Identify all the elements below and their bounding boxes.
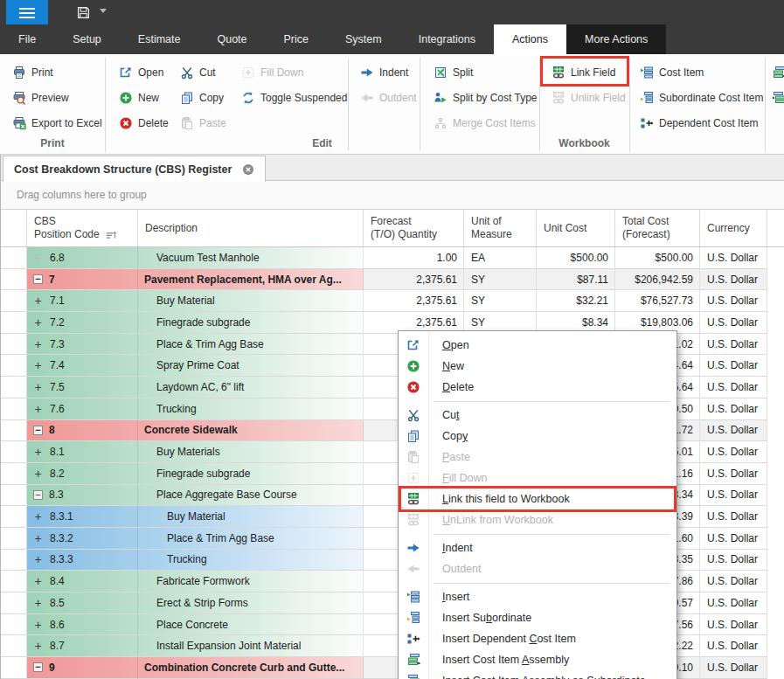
cell-code[interactable]: +8.7 <box>27 635 138 657</box>
cell-code[interactable]: +8.6 <box>27 614 138 636</box>
column-header-unit_cost[interactable]: Unit Cost <box>537 210 615 246</box>
column-header-desc[interactable]: Description <box>138 210 364 246</box>
cell-unit_cost[interactable]: $32.21 <box>537 290 615 312</box>
cell-desc[interactable]: Concrete Sidewalk <box>138 420 364 442</box>
context-menu-item-delete[interactable]: Delete <box>399 377 676 398</box>
cell-uom[interactable]: SY <box>464 269 537 291</box>
cell-unit_cost[interactable]: $87.11 <box>537 269 615 291</box>
cell-desc[interactable]: Erect & Strip Forms <box>138 592 364 614</box>
cell-currency[interactable]: U.S. Dollar <box>700 592 767 614</box>
cell-desc[interactable]: Spray Prime Coat <box>138 355 364 377</box>
cell-desc[interactable]: Buy Material <box>138 290 364 312</box>
ribbon-button-copy[interactable]: Copy <box>177 85 230 110</box>
ribbon-button-cost-item[interactable]: Cost Item <box>636 59 767 85</box>
expand-icon[interactable]: + <box>32 509 44 523</box>
ribbon-button-cut[interactable]: Cut <box>177 59 230 85</box>
cell-desc[interactable]: Buy Materials <box>138 441 364 463</box>
ribbon-button-print[interactable]: Print <box>9 59 106 85</box>
ribbon-button-open[interactable]: Open <box>115 59 172 85</box>
cell-uom[interactable]: EA <box>464 247 537 269</box>
cell-code[interactable]: +6.8 <box>27 247 138 269</box>
menu-tab-setup[interactable]: Setup <box>54 24 120 54</box>
cell-desc[interactable]: Place & Trim Agg Base <box>138 334 364 356</box>
cell-currency[interactable]: U.S. Dollar <box>700 528 767 550</box>
context-menu-item-indent[interactable]: Indent <box>399 537 676 558</box>
save-button[interactable] <box>73 3 93 21</box>
ribbon-button-split[interactable]: Split <box>430 59 541 85</box>
cell-currency[interactable]: U.S. Dollar <box>700 312 767 334</box>
cell-currency[interactable]: U.S. Dollar <box>700 635 767 657</box>
context-menu-item-insert-subordinate[interactable]: Insert Subordinate <box>399 607 676 628</box>
cell-total_cost[interactable]: $206,942.59 <box>615 269 700 291</box>
cell-desc[interactable]: Place Aggregate Base Course <box>138 485 364 507</box>
cell-currency[interactable]: U.S. Dollar <box>700 247 767 269</box>
cell-total_cost[interactable]: $76,527.73 <box>615 290 700 312</box>
cell-desc[interactable]: Pavement Replacement, HMA over Ag... <box>138 269 364 291</box>
collapse-icon[interactable]: − <box>33 662 43 672</box>
cell-qty[interactable]: 1.00 <box>364 247 464 269</box>
column-header-code[interactable]: CBSPosition Code <box>27 210 138 246</box>
cell-uom[interactable]: SY <box>464 290 537 312</box>
expand-icon[interactable]: + <box>32 358 44 372</box>
ribbon-button-subordinate-cost-item[interactable]: Subordinate Cost Item <box>636 85 767 110</box>
ribbon-button-clipped-0[interactable] <box>768 59 784 85</box>
column-header-qty[interactable]: Forecast(T/O) Quantity <box>364 210 464 246</box>
document-tab[interactable]: Cost Breakdown Structure (CBS) Register <box>3 156 266 182</box>
cell-code[interactable]: −9 <box>27 657 138 679</box>
ribbon-button-clipped-1[interactable] <box>768 85 784 110</box>
cell-code[interactable]: −7 <box>27 269 138 291</box>
table-row[interactable]: +7.1Buy Material2,375.61SY$32.21$76,527.… <box>1 290 784 312</box>
menu-tab-integrations[interactable]: Integrations <box>400 24 494 54</box>
context-menu-item-open[interactable]: Open <box>399 335 676 356</box>
cell-code[interactable]: +8.3.2 <box>27 528 138 550</box>
expand-icon[interactable]: + <box>32 618 44 632</box>
cell-total_cost[interactable]: $500.00 <box>615 247 700 269</box>
cell-desc[interactable]: Combination Concrete Curb and Gutte... <box>138 657 364 679</box>
cell-code[interactable]: +8.1 <box>27 441 138 463</box>
cell-desc[interactable]: Install Expansion Joint Material <box>138 635 364 657</box>
cell-code[interactable]: +8.2 <box>27 463 138 485</box>
cell-code[interactable]: +8.5 <box>27 592 138 614</box>
cell-currency[interactable]: U.S. Dollar <box>700 571 767 592</box>
cell-code[interactable]: +7.3 <box>27 334 138 356</box>
ribbon-button-link-field[interactable]: Link Field <box>548 59 629 85</box>
cell-desc[interactable]: Finegrade subgrade <box>138 312 364 334</box>
cell-desc[interactable]: Place & Trim Agg Base <box>138 528 364 550</box>
collapse-icon[interactable]: − <box>33 426 43 435</box>
cell-currency[interactable]: U.S. Dollar <box>700 463 767 485</box>
cell-desc[interactable]: Trucking <box>138 398 364 420</box>
expand-icon[interactable]: + <box>32 552 44 566</box>
expand-icon[interactable]: + <box>32 596 44 610</box>
column-header-uom[interactable]: Unit ofMeasure <box>464 210 537 246</box>
cell-code[interactable]: +7.2 <box>27 312 138 334</box>
cell-currency[interactable]: U.S. Dollar <box>700 377 767 398</box>
expand-icon[interactable]: + <box>32 251 44 265</box>
context-menu-item-insert-dependent-cost-item[interactable]: Insert Dependent Cost Item <box>399 628 676 649</box>
expand-icon[interactable]: + <box>32 574 44 588</box>
menu-tab-quote[interactable]: Quote <box>198 24 265 54</box>
expand-icon[interactable]: + <box>32 380 44 394</box>
cell-code[interactable]: +7.4 <box>27 355 138 377</box>
cell-qty[interactable]: 2,375.61 <box>364 290 464 312</box>
cell-currency[interactable]: U.S. Dollar <box>700 441 767 463</box>
context-menu-item-insert-cost-item-assembly[interactable]: Insert Cost Item Assembly <box>399 649 676 670</box>
expand-icon[interactable]: + <box>32 531 44 545</box>
cell-desc[interactable]: Finegrade subgrade <box>138 463 364 485</box>
context-menu-item-insert-cost-item-assembly-as-subordinate[interactable]: Insert Cost Item Assembly as Subordinate <box>399 670 676 679</box>
cell-desc[interactable]: Place Concrete <box>138 614 364 636</box>
table-row[interactable]: +6.8Vacuum Test Manhole1.00EA$500.00$500… <box>1 247 784 269</box>
expand-icon[interactable]: + <box>32 315 44 329</box>
context-menu-item-insert[interactable]: Insert <box>399 586 676 607</box>
column-header-total_cost[interactable]: Total Cost(Forecast) <box>615 210 700 246</box>
menu-tab-file[interactable]: File <box>0 24 54 54</box>
cell-currency[interactable]: U.S. Dollar <box>700 614 767 636</box>
expand-icon[interactable]: + <box>32 467 44 481</box>
context-menu-item-new[interactable]: New <box>399 356 676 377</box>
collapse-icon[interactable]: − <box>33 490 43 500</box>
cell-code[interactable]: +7.6 <box>27 398 138 420</box>
cell-desc[interactable]: Fabricate Formwork <box>138 571 364 592</box>
expand-icon[interactable]: + <box>32 402 44 416</box>
menu-tab-system[interactable]: System <box>327 24 400 54</box>
context-menu-item-copy[interactable]: Copy <box>399 426 676 447</box>
cell-desc[interactable]: Trucking <box>138 550 364 572</box>
